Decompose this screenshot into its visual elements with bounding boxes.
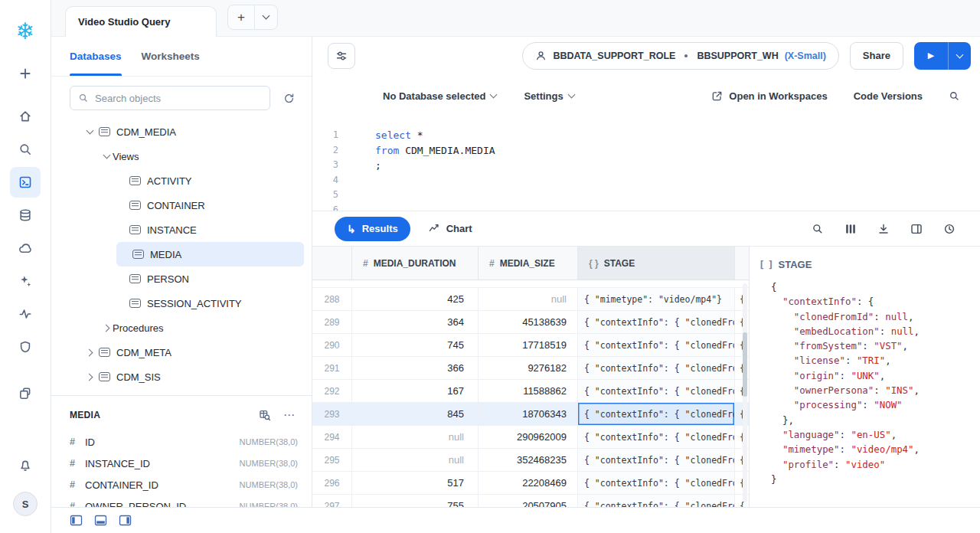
table-row[interactable]: 291 366 9276182 { "contextInfo": { "clon… [312, 357, 749, 380]
stage-cell[interactable]: { "contextInfo": { "clonedFro [578, 403, 735, 425]
tree-chevron-icon[interactable] [83, 346, 96, 358]
tree-chevron-icon[interactable] [100, 150, 113, 162]
toggle-right-panel-button[interactable] [118, 514, 132, 528]
worksheet-tab[interactable]: Video Studio Query [65, 6, 217, 37]
row-number-cell[interactable]: 297 [312, 495, 352, 507]
column-row[interactable]: # CONTAINER_ID NUMBER(38,0) [70, 474, 298, 495]
tab-databases[interactable]: Databases [70, 37, 122, 76]
media-size-cell[interactable]: 11588862 [479, 380, 578, 402]
role-warehouse-selector[interactable]: BBDATA_SUPPORT_ROLE BBSUPPORT_WH (X-Smal… [522, 42, 838, 70]
editor-line[interactable]: 3; [312, 158, 980, 173]
rail-home-button[interactable] [10, 101, 41, 132]
column-header-media-duration[interactable]: # MEDIA_DURATION [352, 247, 479, 280]
editor-line[interactable]: 2from CDM_MEDIA.MEDIA [312, 143, 980, 159]
table-row[interactable]: 290 745 17718519 { "contextInfo": { "clo… [312, 334, 749, 357]
table-row[interactable]: 292 167 11588862 { "contextInfo": { "clo… [312, 380, 749, 403]
tree-item[interactable]: CONTAINER [59, 193, 304, 217]
split-view-button[interactable] [909, 221, 924, 237]
row-number-cell[interactable]: 291 [312, 357, 352, 379]
row-number-cell[interactable]: 292 [312, 380, 352, 402]
tree-chevron-icon[interactable] [114, 199, 126, 211]
editor-line[interactable]: 4 [312, 173, 980, 188]
table-row[interactable]: 294 null 290962009 { "contextInfo": { "c… [312, 426, 749, 449]
tree-item[interactable]: CDM_META [59, 340, 304, 365]
media-duration-cell[interactable]: 517 [352, 472, 479, 494]
row-number-cell[interactable]: 293 [312, 403, 352, 425]
search-input[interactable] [95, 93, 262, 104]
media-duration-cell[interactable]: 366 [352, 357, 479, 379]
tree-chevron-icon[interactable] [114, 297, 126, 309]
media-size-cell[interactable]: 18706343 [479, 403, 578, 425]
media-size-cell[interactable]: 352468235 [479, 449, 578, 471]
table-scrollbar[interactable] [743, 283, 747, 502]
media-size-cell[interactable]: 290962009 [479, 426, 578, 448]
results-search-button[interactable] [810, 221, 825, 237]
code-versions-link[interactable]: Code Versions [854, 90, 923, 102]
tree-item[interactable]: Procedures [59, 316, 304, 340]
tree-chevron-icon[interactable] [83, 126, 96, 138]
media-size-cell[interactable]: 17718519 [479, 334, 578, 356]
run-button[interactable]: ▶ [914, 42, 948, 70]
row-number-cell[interactable]: 290 [312, 334, 352, 356]
media-duration-cell[interactable]: null [352, 426, 479, 448]
row-number-cell[interactable]: 289 [312, 311, 352, 333]
tree-chevron-icon[interactable] [117, 248, 129, 260]
table-row[interactable]: 289 364 45138639 { "contextInfo": { "clo… [312, 311, 749, 334]
media-size-cell[interactable]: 45138639 [479, 311, 578, 333]
media-size-cell[interactable]: null [479, 288, 578, 310]
notifications-button[interactable] [10, 450, 41, 480]
editor-line[interactable]: 6 [312, 203, 980, 211]
chart-tab[interactable]: Chart [429, 223, 472, 234]
stage-cell[interactable]: { "mimetype": "video/mp4"} [578, 288, 735, 310]
column-row[interactable]: # INSTANCE_ID NUMBER(38,0) [70, 453, 298, 474]
stage-cell[interactable]: { "contextInfo": { "clonedFro [578, 449, 735, 471]
row-number-cell[interactable]: 295 [312, 449, 352, 471]
tree-item[interactable]: MEDIA [116, 242, 304, 266]
tree-item[interactable]: SESSION_ACTIVITY [59, 291, 304, 316]
settings-selector[interactable]: Settings [524, 90, 573, 102]
filters-button[interactable] [328, 43, 355, 69]
new-tab-button[interactable]: + [228, 5, 254, 30]
toggle-left-panel-button[interactable] [69, 514, 83, 528]
stage-cell[interactable]: { "contextInfo": { "clonedFro [578, 334, 735, 356]
rail-search-button[interactable] [10, 134, 41, 165]
scrollbar-thumb[interactable] [743, 332, 747, 397]
rail-governance-button[interactable] [10, 332, 41, 362]
media-duration-cell[interactable]: 167 [352, 380, 479, 402]
tree-chevron-icon[interactable] [114, 175, 126, 187]
table-row[interactable]: 295 null 352468235 { "contextInfo": { "c… [312, 449, 749, 472]
media-duration-cell[interactable]: 755 [352, 495, 479, 507]
media-duration-cell[interactable]: 425 [352, 288, 479, 310]
row-number-cell[interactable]: 288 [312, 288, 352, 310]
media-size-cell[interactable]: 22208469 [479, 472, 578, 494]
column-row[interactable]: # ID NUMBER(38,0) [70, 431, 298, 453]
stage-cell[interactable]: { "contextInfo": { "clonedFro [578, 472, 735, 494]
rail-compute-button[interactable] [10, 233, 41, 263]
row-number-header[interactable] [312, 247, 352, 280]
rail-apps-button[interactable] [10, 378, 41, 409]
tree-chevron-icon[interactable] [114, 224, 126, 236]
toggle-bottom-panel-button[interactable] [93, 514, 107, 528]
tree-item[interactable]: ACTIVITY [59, 168, 304, 193]
tree-chevron-icon[interactable] [100, 322, 113, 334]
query-history-button[interactable] [942, 221, 957, 237]
rail-data-button[interactable] [10, 200, 41, 231]
sql-editor[interactable]: 1select * 2from CDM_MEDIA.MEDIA 3; 4 5 [312, 117, 980, 211]
tab-worksheets[interactable]: Worksheets [142, 37, 200, 76]
editor-line[interactable]: 1select * [312, 128, 980, 143]
media-duration-cell[interactable]: 745 [352, 334, 479, 356]
media-duration-cell[interactable]: 845 [352, 403, 479, 425]
row-number-cell[interactable]: 294 [312, 426, 352, 448]
tab-list-button[interactable] [254, 5, 277, 30]
stage-cell[interactable]: { "contextInfo": { "clonedFro [578, 495, 735, 507]
open-in-workspaces-link[interactable]: Open in Workspaces [711, 90, 827, 102]
editor-line[interactable]: 5 [312, 188, 980, 203]
rail-ai-button[interactable] [10, 266, 41, 296]
media-duration-cell[interactable]: 364 [352, 311, 479, 333]
user-avatar[interactable]: S [13, 492, 38, 516]
tree-chevron-icon[interactable] [114, 273, 126, 285]
rail-activity-button[interactable] [10, 299, 41, 329]
results-tab[interactable]: ↳ Results [335, 217, 410, 241]
stage-cell[interactable]: { "contextInfo": { "clonedFro [578, 380, 735, 402]
preview-data-button[interactable] [256, 407, 273, 423]
